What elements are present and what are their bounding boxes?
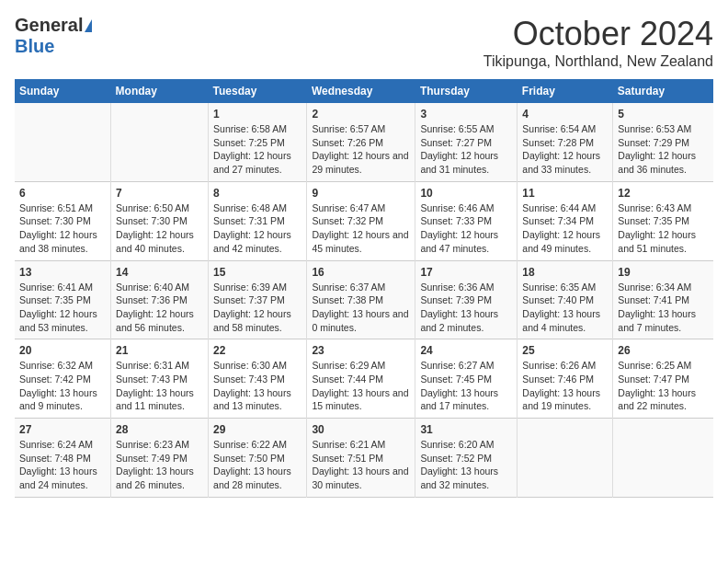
calendar-cell: 1Sunrise: 6:58 AM Sunset: 7:25 PM Daylig… — [209, 103, 307, 181]
title-area: October 2024 Tikipunga, Northland, New Z… — [483, 15, 713, 70]
day-info: Sunrise: 6:25 AM Sunset: 7:47 PM Dayligh… — [618, 360, 696, 411]
day-info: Sunrise: 6:24 AM Sunset: 7:48 PM Dayligh… — [19, 439, 97, 490]
day-info: Sunrise: 6:34 AM Sunset: 7:41 PM Dayligh… — [618, 282, 696, 333]
day-number: 22 — [213, 344, 301, 357]
weekday-header-saturday: Saturday — [613, 79, 713, 103]
day-info: Sunrise: 6:51 AM Sunset: 7:30 PM Dayligh… — [19, 202, 97, 254]
day-info: Sunrise: 6:44 AM Sunset: 7:34 PM Dayligh… — [522, 202, 600, 254]
day-info: Sunrise: 6:58 AM Sunset: 7:25 PM Dayligh… — [213, 123, 291, 175]
weekday-header-friday: Friday — [518, 79, 613, 103]
calendar-cell: 11Sunrise: 6:44 AM Sunset: 7:34 PM Dayli… — [518, 181, 613, 260]
calendar-cell: 24Sunrise: 6:27 AM Sunset: 7:45 PM Dayli… — [415, 339, 518, 419]
calendar-cell: 12Sunrise: 6:43 AM Sunset: 7:35 PM Dayli… — [613, 181, 713, 260]
calendar-cell: 29Sunrise: 6:22 AM Sunset: 7:50 PM Dayli… — [209, 419, 307, 498]
calendar-cell: 19Sunrise: 6:34 AM Sunset: 7:41 PM Dayli… — [613, 260, 713, 339]
day-number: 4 — [522, 108, 608, 121]
calendar-cell: 9Sunrise: 6:47 AM Sunset: 7:32 PM Daylig… — [307, 181, 415, 260]
calendar-cell — [15, 103, 111, 181]
day-number: 16 — [312, 266, 410, 279]
calendar-cell: 13Sunrise: 6:41 AM Sunset: 7:35 PM Dayli… — [15, 260, 111, 339]
day-info: Sunrise: 6:36 AM Sunset: 7:39 PM Dayligh… — [420, 282, 498, 333]
calendar-cell — [613, 419, 713, 498]
day-info: Sunrise: 6:40 AM Sunset: 7:36 PM Dayligh… — [116, 282, 194, 333]
day-number: 17 — [420, 266, 512, 279]
calendar-cell: 5Sunrise: 6:53 AM Sunset: 7:29 PM Daylig… — [613, 103, 713, 181]
calendar-cell: 21Sunrise: 6:31 AM Sunset: 7:43 PM Dayli… — [111, 339, 209, 419]
day-info: Sunrise: 6:35 AM Sunset: 7:40 PM Dayligh… — [522, 282, 600, 333]
calendar-cell: 26Sunrise: 6:25 AM Sunset: 7:47 PM Dayli… — [613, 339, 713, 419]
logo-general-text: General — [15, 15, 83, 36]
weekday-header-monday: Monday — [111, 79, 209, 103]
header: General Blue October 2024 Tikipunga, Nor… — [15, 15, 713, 70]
calendar-header: SundayMondayTuesdayWednesdayThursdayFrid… — [15, 79, 713, 103]
day-info: Sunrise: 6:41 AM Sunset: 7:35 PM Dayligh… — [19, 282, 97, 333]
calendar-cell: 6Sunrise: 6:51 AM Sunset: 7:30 PM Daylig… — [15, 181, 111, 260]
day-number: 5 — [618, 108, 709, 121]
day-number: 6 — [19, 187, 106, 200]
day-number: 20 — [19, 344, 106, 357]
day-number: 9 — [312, 187, 410, 200]
day-number: 21 — [116, 344, 203, 357]
calendar-cell: 30Sunrise: 6:21 AM Sunset: 7:51 PM Dayli… — [307, 419, 415, 498]
day-info: Sunrise: 6:53 AM Sunset: 7:29 PM Dayligh… — [618, 123, 696, 175]
day-number: 7 — [116, 187, 203, 200]
calendar-cell — [111, 103, 209, 181]
day-number: 30 — [312, 423, 410, 436]
logo-icon — [85, 19, 92, 32]
calendar-cell: 8Sunrise: 6:48 AM Sunset: 7:31 PM Daylig… — [209, 181, 307, 260]
day-number: 18 — [522, 266, 608, 279]
day-info: Sunrise: 6:50 AM Sunset: 7:30 PM Dayligh… — [116, 202, 194, 254]
calendar-cell: 18Sunrise: 6:35 AM Sunset: 7:40 PM Dayli… — [518, 260, 613, 339]
calendar-cell: 22Sunrise: 6:30 AM Sunset: 7:43 PM Dayli… — [209, 339, 307, 419]
calendar-cell — [518, 419, 613, 498]
day-number: 23 — [312, 344, 410, 357]
day-info: Sunrise: 6:37 AM Sunset: 7:38 PM Dayligh… — [312, 282, 408, 333]
day-number: 3 — [420, 108, 512, 121]
calendar-cell: 23Sunrise: 6:29 AM Sunset: 7:44 PM Dayli… — [307, 339, 415, 419]
day-number: 26 — [618, 344, 709, 357]
day-number: 25 — [522, 344, 608, 357]
day-number: 15 — [213, 266, 301, 279]
day-number: 19 — [618, 266, 709, 279]
calendar-cell: 7Sunrise: 6:50 AM Sunset: 7:30 PM Daylig… — [111, 181, 209, 260]
calendar-body: 1Sunrise: 6:58 AM Sunset: 7:25 PM Daylig… — [15, 103, 713, 497]
weekday-header-thursday: Thursday — [415, 79, 518, 103]
calendar-cell: 14Sunrise: 6:40 AM Sunset: 7:36 PM Dayli… — [111, 260, 209, 339]
day-number: 31 — [420, 423, 512, 436]
calendar-cell: 4Sunrise: 6:54 AM Sunset: 7:28 PM Daylig… — [518, 103, 613, 181]
day-number: 13 — [19, 266, 106, 279]
calendar-cell: 3Sunrise: 6:55 AM Sunset: 7:27 PM Daylig… — [415, 103, 518, 181]
logo: General Blue — [15, 15, 92, 57]
calendar-week-1: 1Sunrise: 6:58 AM Sunset: 7:25 PM Daylig… — [15, 103, 713, 181]
day-number: 11 — [522, 187, 608, 200]
day-info: Sunrise: 6:22 AM Sunset: 7:50 PM Dayligh… — [213, 439, 291, 490]
day-info: Sunrise: 6:55 AM Sunset: 7:27 PM Dayligh… — [420, 123, 498, 175]
calendar-cell: 20Sunrise: 6:32 AM Sunset: 7:42 PM Dayli… — [15, 339, 111, 419]
day-number: 24 — [420, 344, 512, 357]
calendar-cell: 15Sunrise: 6:39 AM Sunset: 7:37 PM Dayli… — [209, 260, 307, 339]
calendar-cell: 25Sunrise: 6:26 AM Sunset: 7:46 PM Dayli… — [518, 339, 613, 419]
calendar-week-5: 27Sunrise: 6:24 AM Sunset: 7:48 PM Dayli… — [15, 419, 713, 498]
calendar-cell: 28Sunrise: 6:23 AM Sunset: 7:49 PM Dayli… — [111, 419, 209, 498]
day-info: Sunrise: 6:32 AM Sunset: 7:42 PM Dayligh… — [19, 360, 97, 411]
calendar-cell: 16Sunrise: 6:37 AM Sunset: 7:38 PM Dayli… — [307, 260, 415, 339]
day-number: 27 — [19, 423, 106, 436]
day-number: 12 — [618, 187, 709, 200]
day-info: Sunrise: 6:48 AM Sunset: 7:31 PM Dayligh… — [213, 202, 291, 254]
day-info: Sunrise: 6:46 AM Sunset: 7:33 PM Dayligh… — [420, 202, 498, 254]
day-number: 10 — [420, 187, 512, 200]
calendar-table: SundayMondayTuesdayWednesdayThursdayFrid… — [15, 79, 713, 498]
day-info: Sunrise: 6:47 AM Sunset: 7:32 PM Dayligh… — [312, 202, 408, 254]
calendar-week-3: 13Sunrise: 6:41 AM Sunset: 7:35 PM Dayli… — [15, 260, 713, 339]
day-number: 29 — [213, 423, 301, 436]
location-title: Tikipunga, Northland, New Zealand — [483, 53, 713, 70]
day-number: 8 — [213, 187, 301, 200]
day-info: Sunrise: 6:57 AM Sunset: 7:26 PM Dayligh… — [312, 123, 408, 175]
day-info: Sunrise: 6:23 AM Sunset: 7:49 PM Dayligh… — [116, 439, 194, 490]
calendar-week-2: 6Sunrise: 6:51 AM Sunset: 7:30 PM Daylig… — [15, 181, 713, 260]
calendar-cell: 2Sunrise: 6:57 AM Sunset: 7:26 PM Daylig… — [307, 103, 415, 181]
day-info: Sunrise: 6:43 AM Sunset: 7:35 PM Dayligh… — [618, 202, 696, 254]
day-info: Sunrise: 6:26 AM Sunset: 7:46 PM Dayligh… — [522, 360, 600, 411]
day-info: Sunrise: 6:20 AM Sunset: 7:52 PM Dayligh… — [420, 439, 498, 490]
calendar-cell: 10Sunrise: 6:46 AM Sunset: 7:33 PM Dayli… — [415, 181, 518, 260]
